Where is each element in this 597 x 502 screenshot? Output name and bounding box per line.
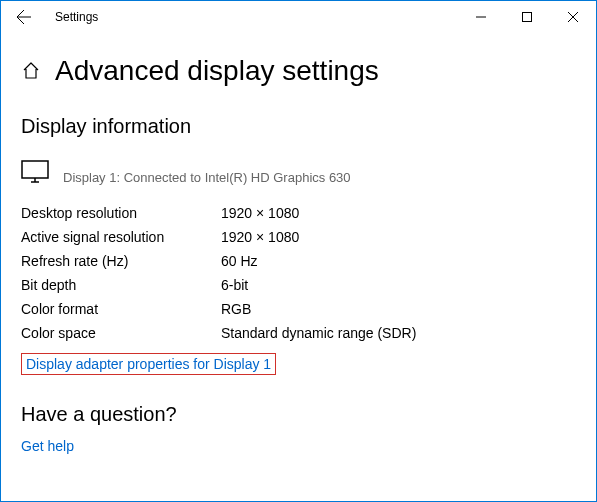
maximize-button[interactable] [504,1,550,33]
table-row: Color format RGB [21,297,576,321]
back-button[interactable] [1,1,47,33]
monitor-icon [21,160,49,187]
display-properties-table: Desktop resolution 1920 × 1080 Active si… [21,201,576,345]
prop-label: Bit depth [21,277,221,293]
table-row: Bit depth 6-bit [21,273,576,297]
prop-label: Color format [21,301,221,317]
home-icon[interactable] [21,61,41,81]
highlight-box: Display adapter properties for Display 1 [21,353,276,375]
prop-label: Active signal resolution [21,229,221,245]
table-row: Desktop resolution 1920 × 1080 [21,201,576,225]
prop-label: Color space [21,325,221,341]
page-header: Advanced display settings [21,55,576,87]
svg-rect-1 [22,161,48,178]
minimize-button[interactable] [458,1,504,33]
arrow-left-icon [16,9,32,25]
content-area: Advanced display settings Display inform… [1,55,596,474]
prop-value: Standard dynamic range (SDR) [221,325,416,341]
titlebar: Settings [1,1,596,33]
prop-value: 1920 × 1080 [221,205,299,221]
minimize-icon [476,12,486,22]
prop-value: RGB [221,301,251,317]
close-icon [568,12,578,22]
table-row: Refresh rate (Hz) 60 Hz [21,249,576,273]
prop-label: Desktop resolution [21,205,221,221]
prop-value: 1920 × 1080 [221,229,299,245]
display-device-row: Display 1: Connected to Intel(R) HD Grap… [21,160,576,187]
close-button[interactable] [550,1,596,33]
section-title-display-info: Display information [21,115,576,138]
table-row: Color space Standard dynamic range (SDR) [21,321,576,345]
maximize-icon [522,12,532,22]
app-title: Settings [55,10,98,24]
page-title: Advanced display settings [55,55,379,87]
prop-value: 60 Hz [221,253,258,269]
get-help-link[interactable]: Get help [21,438,74,454]
svg-rect-0 [523,13,532,22]
prop-value: 6-bit [221,277,248,293]
display-device-label: Display 1: Connected to Intel(R) HD Grap… [63,170,351,187]
prop-label: Refresh rate (Hz) [21,253,221,269]
table-row: Active signal resolution 1920 × 1080 [21,225,576,249]
window-controls [458,1,596,33]
display-adapter-properties-link[interactable]: Display adapter properties for Display 1 [26,356,271,372]
section-title-question: Have a question? [21,403,576,426]
